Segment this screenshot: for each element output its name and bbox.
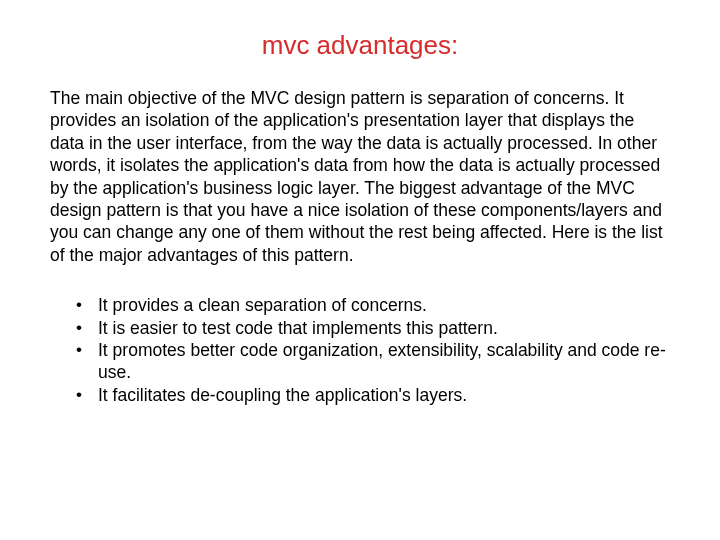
list-item: It promotes better code organization, ex…	[76, 339, 670, 384]
list-item: It is easier to test code that implement…	[76, 317, 670, 339]
body-paragraph: The main objective of the MVC design pat…	[50, 87, 670, 266]
list-item: It provides a clean separation of concer…	[76, 294, 670, 316]
advantages-list: It provides a clean separation of concer…	[50, 294, 670, 406]
slide-title: mvc advantages:	[50, 30, 670, 61]
list-item: It facilitates de-coupling the applicati…	[76, 384, 670, 406]
